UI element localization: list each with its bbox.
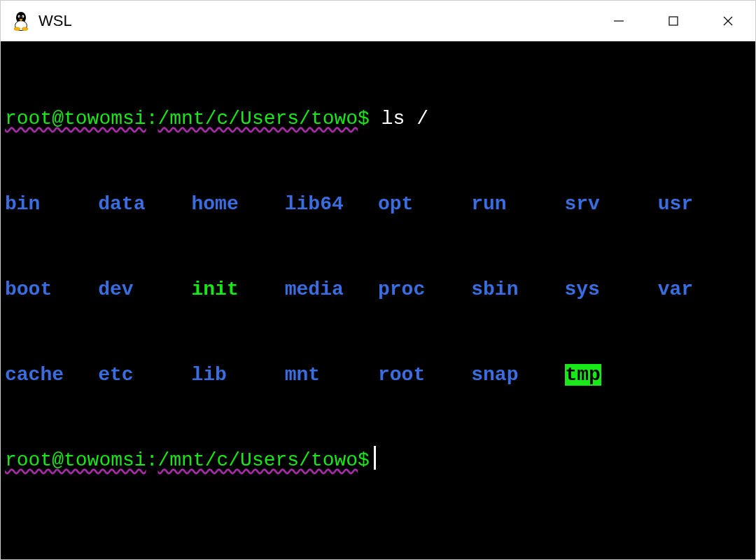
svg-point-7 — [22, 27, 27, 31]
ls-row-2: cacheetclibmntrootsnaptmp — [5, 361, 751, 390]
ls-entry: bin — [5, 190, 98, 219]
svg-point-4 — [19, 16, 20, 18]
maximize-icon — [667, 15, 680, 27]
prompt-path: /mnt/c/Users/towo — [158, 449, 358, 471]
entered-command: ls / — [370, 108, 428, 130]
maximize-button[interactable] — [646, 1, 701, 41]
titlebar[interactable]: WSL — [1, 1, 755, 41]
prompt-userhost: root@towomsi — [5, 108, 146, 130]
ls-row-0: bindatahomelib64optrunsrvusr — [5, 190, 751, 219]
prompt-colon: : — [146, 108, 158, 130]
ls-entry: data — [98, 190, 191, 219]
tux-icon — [10, 10, 31, 31]
ls-entry: sbin — [471, 276, 564, 304]
prompt-sigil: $ — [358, 108, 370, 130]
ls-entry: boot — [5, 276, 98, 304]
cursor — [374, 446, 376, 470]
prompt-line-1: root@towomsi:/mnt/c/Users/towo$ ls / — [5, 105, 751, 134]
wsl-window: WSL root@towomsi:/mnt/c/Users/towo$ ls /… — [0, 0, 756, 560]
minimize-button[interactable] — [592, 1, 646, 41]
ls-entry: lib — [192, 361, 285, 390]
close-icon — [722, 15, 734, 27]
terminal-area[interactable]: root@towomsi:/mnt/c/Users/towo$ ls / bin… — [1, 41, 755, 559]
prompt-path: /mnt/c/Users/towo — [158, 108, 358, 130]
ls-row-1: bootdevinitmediaprocsbinsysvar — [5, 276, 751, 304]
ls-entry: init — [192, 276, 285, 304]
ls-entry: tmp — [565, 361, 658, 390]
ls-entry: lib64 — [285, 190, 378, 219]
ls-entry: media — [285, 276, 378, 304]
ls-entry: var — [658, 276, 751, 304]
ls-entry: mnt — [285, 361, 378, 390]
ls-entry: cache — [5, 361, 98, 390]
ls-entry: srv — [565, 190, 658, 219]
ls-entry: usr — [658, 190, 751, 219]
ls-entry: sys — [565, 276, 658, 304]
ls-entry: home — [192, 190, 285, 219]
svg-point-6 — [14, 27, 20, 31]
ls-entry: etc — [98, 361, 191, 390]
close-button[interactable] — [701, 1, 755, 41]
ls-entry: proc — [378, 276, 471, 304]
prompt-line-2: root@towomsi:/mnt/c/Users/towo$ — [5, 446, 751, 475]
minimize-icon — [612, 15, 625, 27]
ls-entry: snap — [471, 361, 564, 390]
ls-entry: root — [378, 361, 471, 390]
prompt-userhost: root@towomsi — [5, 449, 146, 471]
svg-rect-9 — [669, 17, 678, 25]
window-title: WSL — [38, 12, 72, 30]
svg-point-5 — [22, 16, 24, 18]
prompt-sigil: $ — [358, 449, 370, 471]
prompt-colon: : — [146, 449, 158, 471]
ls-entry — [658, 361, 751, 390]
ls-entry: opt — [378, 190, 471, 219]
ls-entry: run — [471, 190, 564, 219]
ls-entry: dev — [98, 276, 191, 304]
